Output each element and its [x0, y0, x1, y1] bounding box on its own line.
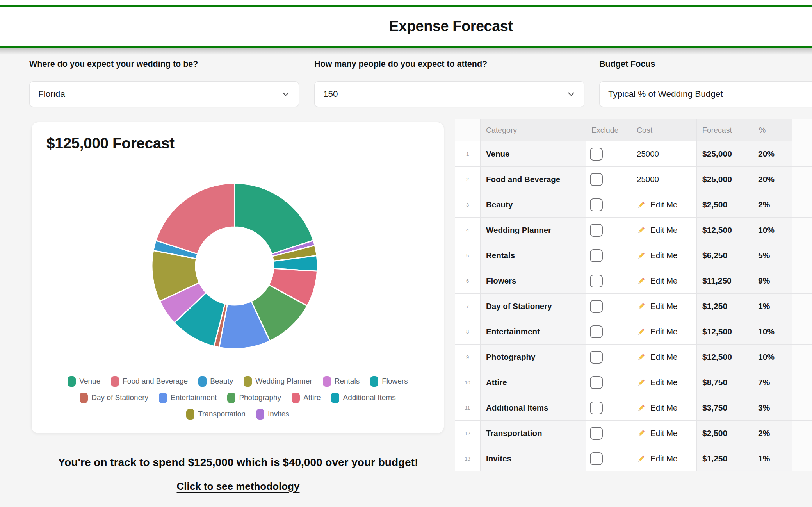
pencil-icon [637, 378, 646, 387]
category-header: Category [481, 119, 586, 141]
cost-cell[interactable]: Edit Me [631, 345, 697, 370]
legend-item-additional-items[interactable]: Additional Items [331, 393, 395, 403]
exclude-header: Exclude [586, 119, 631, 141]
cost-value: Edit Me [650, 200, 678, 209]
row-number: 12 [455, 421, 481, 446]
donut-slice-venue [235, 183, 313, 254]
location-select[interactable]: Florida [29, 81, 299, 107]
exclude-checkbox[interactable] [590, 452, 603, 465]
cost-cell[interactable]: Edit Me [631, 243, 697, 268]
legend-item-transportation[interactable]: Transportation [186, 409, 246, 420]
cost-cell[interactable]: Edit Me [631, 421, 697, 446]
legend-label: Attire [303, 393, 321, 402]
cost-header: Cost [631, 119, 697, 141]
pencil-icon [637, 327, 646, 336]
forecast-header: Forecast [697, 119, 753, 141]
cost-value: Edit Me [650, 276, 678, 286]
exclude-cell [586, 294, 631, 319]
methodology-link[interactable]: Click to see methodology [0, 480, 476, 493]
cost-cell[interactable]: Edit Me [631, 395, 697, 421]
cost-cell[interactable]: Edit Me [631, 319, 697, 345]
cost-value: Edit Me [650, 302, 678, 311]
legend-item-venue[interactable]: Venue [68, 376, 100, 387]
exclude-cell [586, 345, 631, 370]
legend-item-attire[interactable]: Attire [292, 393, 321, 403]
category-cell: Beauty [481, 192, 586, 218]
location-control-group: Where do you expect your wedding to be? … [29, 59, 299, 107]
cost-cell[interactable]: Edit Me [631, 370, 697, 395]
legend-item-day-of-stationery[interactable]: Day of Stationery [80, 393, 148, 403]
category-cell: Food and Beverage [481, 167, 586, 192]
legend-item-flowers[interactable]: Flowers [370, 376, 408, 387]
cost-cell[interactable]: Edit Me [631, 294, 697, 319]
budget-focus-select[interactable]: Typical % of Wedding Budget [599, 81, 812, 107]
exclude-checkbox[interactable] [590, 148, 603, 161]
legend-swatch [331, 393, 339, 403]
legend-item-invites[interactable]: Invites [256, 409, 289, 420]
filler-cell [792, 268, 812, 294]
legend-item-rentals[interactable]: Rentals [323, 376, 360, 387]
exclude-checkbox[interactable] [590, 173, 603, 186]
filler-cell [792, 243, 812, 268]
percent-cell: 2% [753, 192, 792, 218]
exclude-checkbox[interactable] [590, 224, 603, 237]
row-number-header [455, 119, 481, 141]
cost-cell[interactable]: Edit Me [631, 218, 697, 243]
exclude-checkbox[interactable] [590, 427, 603, 440]
legend-swatch [244, 376, 252, 387]
exclude-cell [586, 141, 631, 167]
legend-item-beauty[interactable]: Beauty [198, 376, 233, 387]
exclude-cell [586, 268, 631, 294]
filler-cell [792, 446, 812, 471]
exclude-cell [586, 370, 631, 395]
row-number: 7 [455, 294, 481, 319]
legend-label: Food and Beverage [123, 377, 188, 386]
exclude-checkbox[interactable] [590, 249, 603, 262]
legend-item-wedding-planner[interactable]: Wedding Planner [244, 376, 312, 387]
pencil-icon [637, 454, 646, 463]
category-cell: Flowers [481, 268, 586, 294]
cost-value: Edit Me [650, 378, 678, 387]
pencil-icon [637, 429, 646, 438]
exclude-cell [586, 192, 631, 218]
row-number: 2 [455, 167, 481, 192]
category-cell: Wedding Planner [481, 218, 586, 243]
exclude-checkbox[interactable] [590, 275, 603, 287]
percent-cell: 2% [753, 421, 792, 446]
exclude-checkbox[interactable] [590, 300, 603, 313]
category-cell: Photography [481, 345, 586, 370]
exclude-checkbox[interactable] [590, 325, 603, 338]
filler-cell [792, 192, 812, 218]
guests-select-value: 150 [323, 89, 338, 99]
forecast-cell: $2,500 [697, 421, 753, 446]
exclude-checkbox[interactable] [590, 198, 603, 211]
cost-cell[interactable]: 25000 [631, 141, 697, 167]
category-cell: Transportation [481, 421, 586, 446]
budget-focus-select-value: Typical % of Wedding Budget [608, 89, 723, 99]
exclude-checkbox[interactable] [590, 376, 603, 389]
pencil-icon [637, 200, 646, 209]
legend-row: Day of StationeryEntertainmentPhotograph… [32, 392, 444, 403]
forecast-cell: $1,250 [697, 446, 753, 471]
row-number: 11 [455, 395, 481, 421]
budget-focus-control-group: Budget Focus Typical % of Wedding Budget [599, 59, 812, 107]
percent-cell: 10% [753, 218, 792, 243]
guests-select[interactable]: 150 [314, 81, 584, 107]
chart-legend: VenueFood and BeverageBeautyWedding Plan… [32, 375, 444, 420]
category-cell: Venue [481, 141, 586, 167]
legend-label: Flowers [382, 377, 408, 386]
category-cell: Invites [481, 446, 586, 471]
row-number: 8 [455, 319, 481, 345]
legend-item-photography[interactable]: Photography [227, 393, 281, 403]
legend-item-food-and-beverage[interactable]: Food and Beverage [111, 376, 188, 387]
exclude-checkbox[interactable] [590, 402, 603, 414]
cost-cell[interactable]: 25000 [631, 167, 697, 192]
cost-cell[interactable]: Edit Me [631, 446, 697, 471]
row-number: 9 [455, 345, 481, 370]
cost-cell[interactable]: Edit Me [631, 192, 697, 218]
cost-cell[interactable]: Edit Me [631, 268, 697, 294]
exclude-checkbox[interactable] [590, 351, 603, 364]
legend-item-entertainment[interactable]: Entertainment [159, 393, 217, 403]
location-label: Where do you expect your wedding to be? [29, 59, 299, 69]
expense-table: Category Exclude Cost Forecast % 1 Venue [455, 119, 812, 471]
